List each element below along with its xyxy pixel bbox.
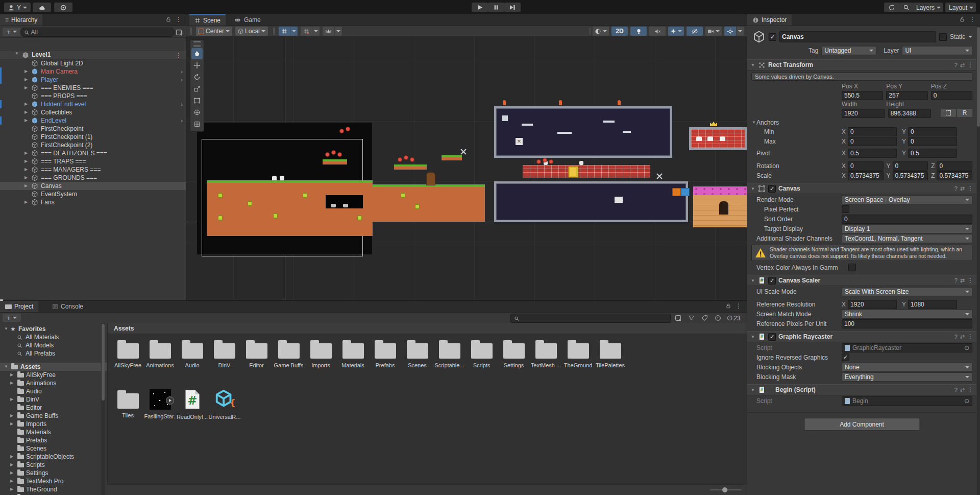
asset-folder-dinv[interactable]: DinV xyxy=(208,338,240,368)
snap-increment-caret-button[interactable] xyxy=(312,27,320,36)
effects-button[interactable] xyxy=(668,27,684,36)
asset-folder-materials[interactable]: Materials xyxy=(337,338,369,368)
expand-icon[interactable]: ▶ xyxy=(10,379,13,387)
menu-kebab-icon[interactable]: ⋮ xyxy=(967,62,973,68)
blueprint-mode-button[interactable] xyxy=(941,109,956,117)
pivot-y-field[interactable]: 0.5 xyxy=(908,149,957,158)
snap-increment-button[interactable] xyxy=(301,27,312,36)
asset-folder-animations[interactable]: Animations xyxy=(144,338,176,368)
pos-x-field[interactable]: 550.5 xyxy=(842,91,883,100)
asset-folder-settings[interactable]: Settings xyxy=(498,338,530,368)
expand-icon[interactable]: ▶ xyxy=(23,116,29,125)
rect-transform-header[interactable]: ▼ Rect Transform ? ⇄ ⋮ xyxy=(747,59,976,70)
expand-icon[interactable]: ▶ xyxy=(10,412,13,420)
reference-ppu-field[interactable]: 100 xyxy=(842,319,972,328)
hierarchy-item-player[interactable]: ▶Player› xyxy=(0,76,186,84)
scene-menu-kebab-icon[interactable]: ⋮ xyxy=(176,52,182,58)
scale-z-field[interactable]: 0.5734375 xyxy=(937,171,972,180)
scene-header-row[interactable]: ▼ Level1 ⋮ xyxy=(0,51,186,60)
hidden-packages-count[interactable]: ∅ 23 xyxy=(727,314,741,322)
scale-tool-button[interactable] xyxy=(191,83,203,95)
anchors-foldout[interactable]: Anchors xyxy=(756,119,779,126)
pause-button[interactable] xyxy=(488,3,504,12)
expand-icon[interactable]: ▼ xyxy=(4,363,8,371)
shading-mode-button[interactable] xyxy=(593,27,609,36)
anchors-max-x-field[interactable]: 0 xyxy=(848,137,897,146)
add-component-button[interactable]: Add Component xyxy=(804,418,920,431)
hierarchy-item-firstcheckpoint-1[interactable]: FirstCheckpoint (1) xyxy=(0,133,186,141)
favorite-all-materials[interactable]: All Materials xyxy=(0,333,107,341)
menu-kebab-icon[interactable]: ⋮ xyxy=(967,277,973,284)
expand-icon[interactable]: ▶ xyxy=(23,174,29,182)
gameobject-name-field[interactable]: Canvas xyxy=(779,31,936,42)
expand-icon[interactable]: ▶ xyxy=(10,395,13,404)
picker-icon[interactable] xyxy=(176,29,182,36)
custom-tools-button[interactable] xyxy=(191,119,203,130)
tree-folder-allskyfree[interactable]: ▶AllSkyFree xyxy=(0,371,107,379)
static-checkbox[interactable] xyxy=(939,33,947,41)
tree-folder-materials[interactable]: Materials xyxy=(0,428,107,436)
project-search-input[interactable] xyxy=(510,314,671,323)
hierarchy-item-firstcheckpoint[interactable]: FirstCheckpoint xyxy=(0,125,186,133)
asset-folder-imports[interactable]: Imports xyxy=(305,338,337,368)
tree-folder-scripts[interactable]: ▶Scripts xyxy=(0,461,107,469)
asset-folder-editor[interactable]: Editor xyxy=(240,338,273,368)
render-mode-dropdown[interactable]: Screen Space - Overlay xyxy=(842,195,972,204)
vertex-color-checkbox[interactable] xyxy=(848,264,856,271)
expand-icon[interactable]: ▶ xyxy=(23,166,29,174)
presets-icon[interactable]: ⇄ xyxy=(960,185,965,192)
asset-folder-allskyfree[interactable]: AllSkyFree xyxy=(112,338,144,368)
menu-kebab-icon[interactable]: ⋮ xyxy=(969,16,975,22)
expand-icon[interactable]: ▶ xyxy=(10,469,13,477)
scale-x-field[interactable]: 0.5734375 xyxy=(848,171,884,180)
presets-icon[interactable]: ⇄ xyxy=(960,277,965,284)
ui-scale-mode-dropdown[interactable]: Scale With Screen Size xyxy=(842,287,972,296)
ruler-caret-button[interactable] xyxy=(334,27,342,36)
pos-z-field[interactable]: 0 xyxy=(931,91,972,100)
snap-grid-caret-button[interactable] xyxy=(290,27,298,36)
rotation-y-field[interactable]: 0 xyxy=(893,161,928,171)
project-tree-scrollbar[interactable] xyxy=(101,323,105,495)
save-search-icon[interactable] xyxy=(715,315,721,321)
reference-resolution-y-field[interactable]: 1080 xyxy=(908,300,957,309)
ignore-reversed-graphics-checkbox[interactable]: ✓ xyxy=(842,353,849,361)
static-caret-icon[interactable] xyxy=(968,36,972,38)
hierarchy-item-firstcheckpoint-2[interactable]: FirstCheckpoint (2) xyxy=(0,141,186,149)
lock-icon[interactable] xyxy=(165,16,172,23)
asset-folder-prefabs[interactable]: Prefabs xyxy=(369,338,401,368)
tree-folder-textmesh-pro[interactable]: ▶TextMesh Pro xyxy=(0,477,107,485)
width-field[interactable]: 1920 xyxy=(842,109,885,118)
asset-folder-game-buffs[interactable]: Game Buffs xyxy=(273,338,305,368)
layer-dropdown[interactable]: UI xyxy=(902,46,972,55)
canvas-scaler-enabled-checkbox[interactable]: ✓ xyxy=(768,277,776,285)
tree-folder-animations[interactable]: ▶Animations xyxy=(0,379,107,387)
script-object-field[interactable]: Begin ⊙ xyxy=(842,396,972,406)
menu-kebab-icon[interactable]: ⋮ xyxy=(176,16,182,22)
expand-icon[interactable]: ▶ xyxy=(10,485,13,493)
expand-icon[interactable]: ▶ xyxy=(23,182,29,190)
expand-icon[interactable]: ▶ xyxy=(10,477,13,485)
slider-knob[interactable] xyxy=(722,487,727,492)
tool-handle-rotation-button[interactable]: Local xyxy=(235,27,268,36)
asset-item-universalr[interactable]: {}UniversalR... xyxy=(208,388,240,420)
asset-folder-scenes[interactable]: Scenes xyxy=(401,338,433,368)
canvas-component-header[interactable]: ▼ ✓ Canvas ? ⇄ ⋮ xyxy=(747,183,976,194)
expand-icon[interactable]: ▶ xyxy=(23,198,29,206)
screen-match-mode-dropdown[interactable]: Shrink xyxy=(842,310,972,319)
begin-script-header[interactable]: ▼ # Begin (Script) ? ⇄ ⋮ xyxy=(747,384,976,395)
hierarchy-item-enemies[interactable]: ▶=== ENEMIES === xyxy=(0,84,186,92)
layers-dropdown[interactable]: Layers xyxy=(913,3,943,12)
raw-edit-button[interactable]: R xyxy=(957,109,972,117)
inspector-scrollbar[interactable] xyxy=(977,26,980,495)
layout-dropdown[interactable]: Layout xyxy=(945,3,976,12)
move-tool-button[interactable] xyxy=(191,60,203,71)
expand-icon[interactable]: ▶ xyxy=(23,76,29,84)
hierarchy-item-grounds[interactable]: ▶=== GROUNDS === xyxy=(0,174,186,182)
toolstrip-drag-handle[interactable] xyxy=(193,41,201,46)
graphic-raycaster-header[interactable]: ▼ # ✓ Graphic Raycaster ? ⇄ ⋮ xyxy=(747,331,976,342)
tool-handle-position-button[interactable]: Center xyxy=(196,27,232,36)
tab-inspector[interactable]: Inspector xyxy=(747,14,792,26)
account-button[interactable]: Y xyxy=(4,3,31,12)
favorites-header[interactable]: ▼★Favorites xyxy=(0,325,107,333)
tag-dropdown[interactable]: Untagged xyxy=(821,46,876,55)
